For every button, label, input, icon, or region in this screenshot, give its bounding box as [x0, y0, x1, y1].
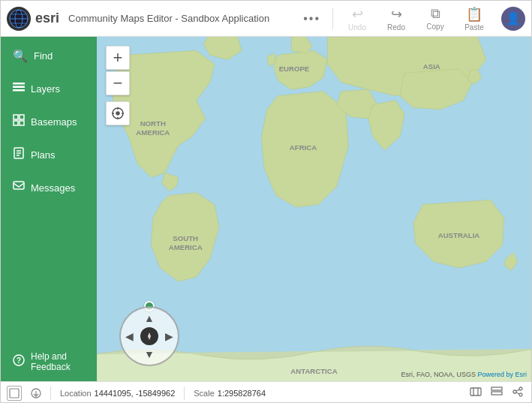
zoom-out-button[interactable]: −	[106, 71, 130, 95]
messages-icon	[13, 180, 25, 195]
scale-value: 1:295828764	[218, 389, 266, 398]
sidebar-item-plans[interactable]: Plans	[4, 140, 94, 170]
statusbar-layers-icon[interactable]	[489, 384, 504, 401]
locate-button[interactable]	[106, 101, 130, 125]
svg-point-21	[116, 112, 119, 115]
redo-button[interactable]: ↪ Redo	[378, 5, 414, 33]
sidebar-item-plans-label: Plans	[31, 149, 56, 161]
sidebar-item-find[interactable]: 🔍 Find	[4, 41, 94, 71]
layers-icon	[13, 81, 25, 96]
statusbar-divider-1	[50, 386, 51, 400]
esri-wordmark: esri	[35, 11, 59, 26]
copy-button[interactable]: ⧉ Copy	[417, 5, 453, 32]
navigation-compass: ▲ ▼ ◀ ▶	[119, 300, 179, 366]
svg-text:ASIA: ASIA	[423, 62, 440, 71]
statusbar-divider-2	[184, 386, 185, 400]
map-controls: + −	[106, 46, 130, 125]
sidebar-item-messages[interactable]: Messages	[4, 173, 94, 203]
sidebar-item-layers[interactable]: Layers	[4, 74, 94, 104]
compass-right-button[interactable]: ▶	[165, 330, 173, 342]
svg-text:EUROPE: EUROPE	[279, 65, 310, 73]
sidebar-item-layers-label: Layers	[31, 83, 60, 95]
compass-left-button[interactable]: ◀	[125, 330, 134, 342]
compass-down-button[interactable]: ▼	[144, 348, 155, 360]
toolbar-divider-1	[332, 8, 333, 29]
powered-by-text: Powered by Esri	[477, 371, 527, 378]
main-layout: 🔍 Find Layers Basemaps Plans Messages	[1, 37, 531, 381]
compass-center[interactable]	[140, 327, 158, 345]
svg-text:SOUTH: SOUTH	[173, 234, 198, 242]
undo-label: Undo	[348, 23, 366, 32]
svg-text:ANTARCTICA: ANTARCTICA	[290, 367, 337, 375]
plans-icon	[13, 147, 25, 162]
esri-globe-icon	[7, 7, 31, 31]
sidebar-item-help-label: Help and Feedback	[31, 351, 71, 372]
svg-rect-17	[14, 182, 24, 189]
svg-text:AUSTRALIA: AUSTRALIA	[438, 231, 480, 239]
svg-rect-7	[13, 86, 25, 89]
svg-line-50	[516, 392, 519, 394]
copy-label: Copy	[426, 23, 443, 31]
statusbar: Location 14441095, -15849962 Scale 1:295…	[1, 381, 531, 403]
compass-up-button[interactable]: ▲	[144, 312, 155, 324]
svg-rect-38	[10, 389, 19, 398]
sidebar-item-help[interactable]: ? Help and Feedback	[4, 344, 94, 380]
sidebar: 🔍 Find Layers Basemaps Plans Messages	[1, 37, 97, 381]
svg-point-47	[513, 390, 516, 393]
paste-icon: 📋	[466, 6, 482, 23]
svg-text:NORTH: NORTH	[140, 119, 166, 128]
attribution-text: Esri, FAO, NOAA, USGS	[401, 371, 476, 378]
location-label: Location	[60, 389, 92, 398]
zoom-in-button[interactable]: +	[106, 46, 130, 70]
svg-text:AMERICA: AMERICA	[136, 128, 170, 137]
statusbar-right-buttons	[468, 384, 525, 401]
svg-rect-10	[20, 115, 24, 119]
paste-button[interactable]: 📋 Paste	[456, 5, 492, 33]
compass-arrows: ▲ ▼ ◀ ▶	[121, 308, 178, 365]
svg-text:AFRICA: AFRICA	[290, 143, 317, 152]
map-attribution: Esri, FAO, NOAA, USGS Powered by Esri	[401, 371, 527, 378]
svg-rect-9	[14, 115, 18, 119]
basemaps-icon	[13, 114, 25, 129]
svg-rect-6	[13, 83, 25, 85]
svg-rect-45	[491, 392, 502, 395]
statusbar-edit-icon[interactable]	[468, 384, 483, 401]
more-button[interactable]: •••	[297, 9, 326, 29]
svg-text:AMERICA: AMERICA	[169, 243, 203, 251]
location-value: 14441095, -15849962	[95, 389, 176, 398]
statusbar-scale: Scale 1:295828764	[194, 389, 266, 398]
redo-icon: ↪	[391, 6, 402, 23]
compass-ring: ▲ ▼ ◀ ▶	[119, 306, 179, 366]
sidebar-item-basemaps[interactable]: Basemaps	[4, 107, 94, 137]
statusbar-share-icon[interactable]	[510, 384, 525, 401]
help-icon: ?	[13, 354, 25, 369]
undo-icon: ↩	[352, 6, 363, 23]
copy-icon: ⧉	[431, 6, 440, 22]
svg-point-46	[519, 387, 522, 390]
sidebar-item-basemaps-label: Basemaps	[31, 116, 77, 128]
app-logo: esri	[7, 7, 59, 31]
undo-button[interactable]: ↩ Undo	[339, 5, 375, 33]
map-area[interactable]: + −	[97, 37, 531, 381]
sidebar-item-find-label: Find	[34, 50, 53, 62]
svg-marker-36	[148, 332, 151, 340]
redo-label: Redo	[387, 23, 405, 32]
page-icon-button[interactable]	[7, 386, 22, 401]
statusbar-download[interactable]	[31, 388, 41, 398]
svg-rect-41	[470, 388, 481, 395]
svg-text:?: ?	[17, 356, 21, 365]
sidebar-item-messages-label: Messages	[31, 182, 75, 194]
svg-rect-44	[491, 387, 502, 390]
find-icon: 🔍	[13, 49, 28, 63]
svg-rect-12	[20, 121, 24, 125]
statusbar-location: Location 14441095, -15849962	[60, 389, 175, 398]
paste-label: Paste	[464, 23, 484, 32]
svg-rect-8	[13, 89, 25, 92]
svg-line-49	[516, 389, 519, 391]
svg-rect-11	[14, 121, 18, 125]
app-title: Community Maps Editor - Sandbox Applicat…	[68, 13, 294, 24]
toolbar: esri Community Maps Editor - Sandbox App…	[1, 1, 531, 37]
scale-label: Scale	[194, 389, 215, 398]
user-avatar[interactable]: 👤	[501, 7, 525, 31]
svg-point-48	[519, 393, 522, 396]
